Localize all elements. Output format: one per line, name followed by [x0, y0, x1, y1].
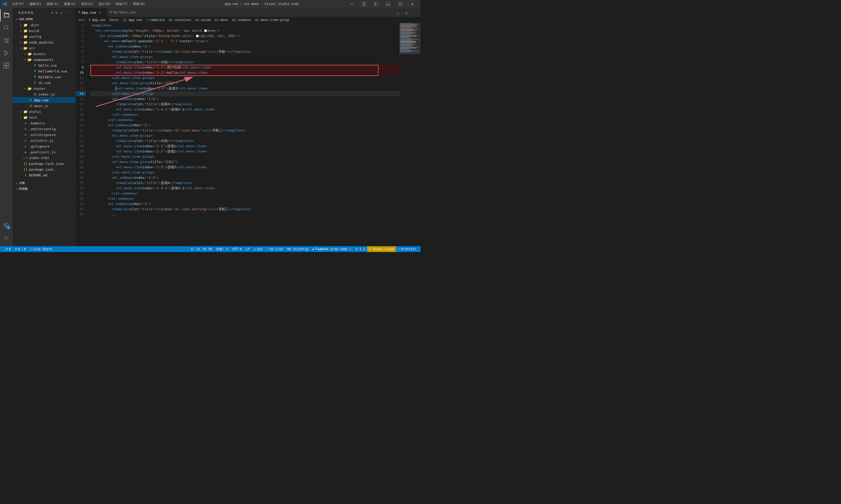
code-content[interactable]: <template> <el-container style="height: … — [89, 23, 399, 246]
breadcrumb-el-menu-item-group[interactable]: el-menu-item-group — [255, 18, 289, 22]
tree-item-config[interactable]: ▸ 📁 config — [13, 34, 76, 39]
tree-item-gitignore[interactable]: ▸ ◈ .gitignore — [13, 143, 76, 149]
tree-item-router[interactable]: ▾ 📂 router — [13, 86, 76, 91]
tab-app-vue[interactable]: V App.vue ✕ — [76, 8, 107, 17]
breadcrumb-el-menu[interactable]: el-menu — [215, 18, 228, 22]
close-button[interactable]: ✕ — [406, 0, 418, 8]
tree-item-editorconfig[interactable]: ▸ ⚙ .editorconfig — [13, 126, 76, 132]
status-prettier-version[interactable]: 5.1.3 — [354, 246, 367, 252]
breadcrumb-app-vue[interactable]: V App.vue — [89, 18, 105, 22]
status-go-live[interactable]: ⚡ Go Live — [265, 246, 285, 252]
tree-item-postcssrc[interactable]: ▸ ◆ .postcssrc.js — [13, 149, 76, 155]
menu-run[interactable]: 运行(R) — [96, 1, 113, 7]
activity-extensions[interactable] — [0, 59, 13, 72]
more-actions-btn[interactable]: ··· — [411, 10, 418, 17]
tab-mytable-vue[interactable]: V MyTable.vue — [107, 8, 139, 17]
test-label: test — [29, 115, 37, 120]
activity-source-control[interactable] — [0, 34, 13, 47]
activity-run[interactable] — [0, 47, 13, 59]
menu-file[interactable]: 文件(F) — [10, 1, 27, 7]
tree-item-test[interactable]: ▸ 📁 test — [13, 114, 76, 120]
tree-item-mytable-vue[interactable]: ▸ V MyTable.vue — [13, 74, 76, 80]
tree-item-helloworld-vue[interactable]: ▸ V HelloWorld.vue — [13, 68, 76, 74]
status-live-share[interactable]: ↗ Live Share — [28, 246, 54, 252]
activity-remote[interactable]: 1 — [0, 219, 13, 232]
tree-item-hello-vue[interactable]: ▸ V Hello.vue — [13, 62, 76, 68]
status-git[interactable]: ⎇ 0 — [2, 246, 13, 252]
status-tagname[interactable]: ◈ TagName prop-name / — [310, 246, 354, 252]
breadcrumb-src[interactable]: src — [79, 18, 85, 22]
run-code-btn[interactable]: ▷ — [394, 10, 401, 17]
menu-select[interactable]: 选择(S) — [44, 1, 61, 7]
tree-item-dist[interactable]: ▸ 📁 .dist — [13, 22, 76, 28]
menu-goto[interactable]: 转到(G) — [79, 1, 96, 7]
activity-search[interactable] — [0, 21, 13, 34]
timeline-header[interactable]: ▸ 时间轴 — [13, 186, 76, 192]
tree-item-app-vue[interactable]: ▸ V App.vue — [13, 97, 76, 103]
breadcrumb-el-container[interactable]: el-container — [169, 18, 192, 22]
ln-30: 30 — [76, 175, 86, 180]
breadcrumb-app-vue-obj[interactable]: {} App.vue — [123, 18, 142, 22]
tree-item-eslintignore[interactable]: ▸ ⊙ .eslintignore — [13, 132, 76, 138]
editorconfig-label: .editorconfig — [29, 127, 56, 131]
status-known-issue[interactable]: 1 known issue — [367, 246, 396, 252]
activity-explorer[interactable] — [0, 9, 13, 21]
tree-item-babelrc[interactable]: ▸ ✦ .babelrc — [13, 120, 76, 126]
ln-13: 13 — [76, 86, 86, 91]
tree-item-readme[interactable]: ▸ ℹ README.md — [13, 172, 76, 178]
breadcrumb-template[interactable]: template — [146, 18, 165, 22]
breadcrumb-vetur[interactable]: Vetur — [109, 18, 119, 22]
tree-item-index-js[interactable]: ▸ JS index.js — [13, 91, 76, 97]
breadcrumb-el-aside[interactable]: el-aside — [195, 18, 211, 22]
tree-item-package-json[interactable]: ▸ {} package.json — [13, 166, 76, 172]
status-encoding[interactable]: UTF-8 — [230, 246, 244, 252]
tree-item-index-html[interactable]: ▸ </> index.html — [13, 155, 76, 161]
menu-view[interactable]: 查看(V) — [61, 1, 79, 7]
tree-item-main-js[interactable]: ▸ JS main.js — [13, 103, 76, 109]
menu-edit[interactable]: 编辑(E) — [27, 1, 44, 7]
tab-app-vue-close[interactable]: ✕ — [98, 10, 102, 15]
svg-line-9 — [7, 29, 9, 30]
collapse-all-icon[interactable]: ··· — [64, 10, 72, 15]
tree-item-src[interactable]: ▾ 📂 src — [13, 45, 76, 51]
breadcrumb-sep5: › — [166, 18, 168, 22]
new-folder-icon[interactable]: ⊞ — [55, 10, 58, 15]
layout-button[interactable] — [358, 0, 370, 8]
status-spaces[interactable]: 空格: 2 — [214, 246, 230, 252]
line-col-label: 行 14，列 30 — [191, 247, 212, 251]
router-folder-icon: 📂 — [27, 86, 32, 91]
tree-item-sh-vue[interactable]: ▸ V sh.vue — [13, 80, 76, 86]
breadcrumb-el-submenu[interactable]: el-submenu — [232, 18, 251, 22]
editor-container: 1 2 3 4 5 6 7 8 9 10 11 12 13 14 15 16 1 — [76, 23, 420, 246]
build-arrow: ▸ — [19, 29, 23, 33]
maximize-button[interactable] — [394, 0, 406, 8]
package-lock-label: package-lock.json — [29, 162, 64, 166]
split-editor-btn[interactable]: ⊞ — [402, 10, 410, 17]
code-line-32: <el-menu-item index="2-4-1">选项4-1</el-me… — [90, 185, 399, 191]
code-editor: 1 2 3 4 5 6 7 8 9 10 11 12 13 14 15 16 1 — [76, 23, 420, 246]
activity-settings[interactable] — [0, 232, 13, 244]
status-eol[interactable]: LF — [244, 246, 252, 252]
status-errors[interactable]: ⊗ 0 ⚠ 0 — [13, 246, 28, 252]
status-tsconfig[interactable]: No tsconfig — [285, 246, 310, 252]
tree-item-package-lock[interactable]: ▸ {} package-lock.json — [13, 161, 76, 166]
status-line-col[interactable]: 行 14，列 30 — [189, 246, 214, 252]
status-language[interactable]: ◇ Vue — [252, 246, 265, 252]
outline-header[interactable]: ▸ 大纲 — [13, 180, 76, 186]
menu-terminal[interactable]: 终端(T) — [113, 1, 130, 7]
tree-item-static[interactable]: ▸ 📁 static — [13, 109, 76, 114]
tree-item-assets[interactable]: ▸ 📁 assets — [13, 51, 76, 57]
tree-root[interactable]: ▾ VUE-DEMO — [13, 16, 76, 22]
status-prettier[interactable]: ✓ Prettier — [396, 246, 418, 252]
menu-help[interactable]: 帮助(H) — [130, 1, 148, 7]
sidebar-toggle-button[interactable] — [370, 0, 382, 8]
minimize-button[interactable] — [346, 0, 358, 8]
code-line-1: <template> — [90, 23, 399, 28]
tree-item-eslintrcjs[interactable]: ▸ ⊙ .eslintrc.js — [13, 138, 76, 143]
tree-item-components[interactable]: ▾ 📂 components — [13, 57, 76, 62]
new-file-icon[interactable]: ⊕ — [50, 10, 54, 15]
tree-item-build[interactable]: ▸ 📁 build — [13, 28, 76, 34]
panels-toggle-button[interactable] — [382, 0, 394, 8]
tree-item-node-modules[interactable]: ▸ 📁 node_modules — [13, 39, 76, 45]
refresh-icon[interactable]: ↺ — [59, 10, 63, 15]
